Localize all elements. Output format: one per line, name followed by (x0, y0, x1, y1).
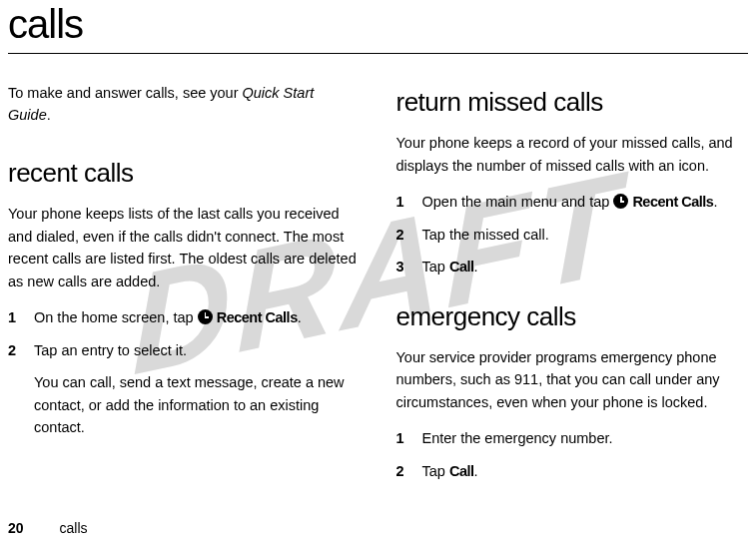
step-body: On the home screen, tap Recent Calls. (34, 306, 361, 328)
left-column: To make and answer calls, see your Quick… (8, 82, 361, 492)
return-missed-para: Your phone keeps a record of your missed… (396, 132, 749, 177)
step-number: 1 (396, 191, 422, 213)
missed-step-2: 2 Tap the missed call. (396, 224, 749, 246)
recent-step-2: 2 Tap an entry to select it. (8, 339, 361, 361)
step-number: 2 (8, 339, 34, 361)
recent-calls-icon (613, 194, 628, 209)
page-footer: 20 calls (8, 520, 88, 536)
step-prefix: On the home screen, tap (34, 309, 198, 325)
emergency-step-2: 2 Tap Call. (396, 460, 749, 482)
return-missed-heading: return missed calls (396, 82, 749, 122)
step-body: Tap an entry to select it. (34, 339, 361, 361)
step-body: Tap Call. (422, 256, 749, 277)
step-number: 3 (396, 256, 422, 277)
emergency-para: Your service provider programs emergency… (396, 346, 749, 413)
two-column-layout: To make and answer calls, see your Quick… (8, 82, 748, 492)
step-number: 1 (396, 427, 422, 449)
step-prefix: Tap (422, 463, 449, 479)
recent-calls-label: Recent Calls (632, 194, 713, 210)
right-column: return missed calls Your phone keeps a r… (396, 82, 749, 492)
recent-calls-para: Your phone keeps lists of the last calls… (8, 203, 361, 292)
call-label: Call (449, 259, 474, 274)
recent-calls-heading: recent calls (8, 153, 361, 193)
recent-step-1: 1 On the home screen, tap Recent Calls. (8, 306, 361, 328)
step-body: Tap Call. (422, 460, 749, 482)
footer-section: calls (60, 520, 88, 536)
step-suffix: . (713, 194, 717, 210)
intro-prefix: To make and answer calls, see your (8, 85, 243, 101)
emergency-step-1: 1 Enter the emergency number. (396, 427, 749, 449)
step-number: 1 (8, 306, 34, 328)
step-suffix: . (298, 309, 302, 325)
step-suffix: . (474, 259, 478, 274)
step-prefix: Open the main menu and tap (422, 194, 614, 210)
step-body: Open the main menu and tap Recent Calls. (422, 191, 749, 213)
intro-suffix: . (47, 107, 51, 123)
recent-calls-label: Recent Calls (217, 309, 298, 325)
page-title: calls (8, 0, 748, 54)
recent-sub-para: You can call, send a text message, creat… (34, 371, 361, 438)
step-body: Tap the missed call. (422, 224, 749, 246)
step-suffix: . (474, 463, 478, 479)
missed-step-3: 3 Tap Call. (396, 256, 749, 277)
page-number: 20 (8, 520, 24, 536)
step-number: 2 (396, 224, 422, 246)
step-prefix: Tap (422, 259, 449, 274)
emergency-heading: emergency calls (396, 296, 749, 336)
missed-step-1: 1 Open the main menu and tap Recent Call… (396, 191, 749, 213)
step-number: 2 (396, 460, 422, 482)
intro-text: To make and answer calls, see your Quick… (8, 82, 361, 127)
call-label: Call (449, 463, 474, 479)
recent-calls-icon (198, 309, 213, 324)
step-body: Enter the emergency number. (422, 427, 749, 449)
